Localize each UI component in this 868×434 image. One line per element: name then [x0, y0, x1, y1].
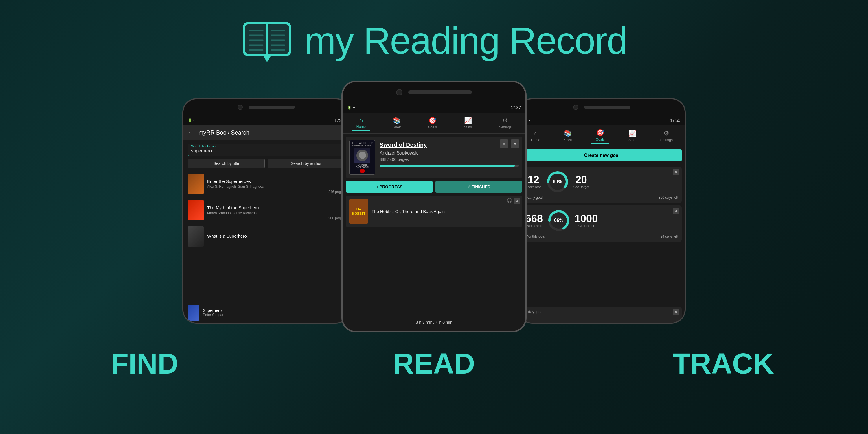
battery-icon-left: 🔋	[188, 118, 192, 122]
witcher-cover: THE WITCHER SWORD OF DESTINY ANDRZEJSAPK…	[349, 140, 375, 175]
monthly-percent: 66%	[554, 218, 563, 223]
search-screen-title: myRR Book Search	[198, 129, 249, 136]
seven-day-goal-header: 7-day goal ✕	[525, 310, 679, 314]
phone-top-bar-center	[343, 82, 525, 102]
finished-button[interactable]: ✓ FINISHED	[435, 181, 522, 193]
tab-goals[interactable]: 🎯 Goals	[424, 116, 441, 131]
logo-icon	[241, 18, 293, 63]
hobbit-card[interactable]: 🎧 ✕ TheHOBBIT The Hobbit, Or, There and …	[346, 195, 522, 227]
status-bar-left: 🔋 ▪ 17:47	[183, 115, 349, 125]
tab-shelf[interactable]: 📚 Shelf	[389, 116, 405, 131]
close-yearly-goal-button[interactable]: ✕	[673, 169, 679, 175]
track-label: TRACK	[579, 347, 868, 380]
yearly-goal-inner: 12 Books read 60% 20 Goal target	[525, 170, 678, 193]
tab-shelf-label: Shelf	[393, 125, 401, 129]
camera-left	[238, 105, 243, 110]
tab-home-right[interactable]: ⌂ Home	[527, 128, 545, 144]
search-input[interactable]: superhero	[191, 148, 212, 153]
book-item-3[interactable]: What is a Superhero?	[183, 223, 349, 249]
tab-settings[interactable]: ⚙ Settings	[495, 116, 516, 131]
tab-stats-right[interactable]: 📈 Stats	[624, 128, 641, 144]
yearly-percent: 60%	[553, 179, 562, 184]
headphone-icon: 🎧	[507, 198, 512, 204]
copy-button[interactable]: ⧉	[500, 140, 508, 148]
monthly-days-left: 24 days left	[660, 235, 678, 239]
search-buttons: Search by title Search by author	[188, 159, 345, 168]
partial-book-left[interactable]: Superhero Peter Coogan	[183, 302, 349, 322]
book-action-buttons: + PROGRESS ✓ FINISHED	[346, 181, 522, 193]
phone-right: 🔋 ▪ 17:50 ⌂ Home 📚 Shelf 🎯 Goals 📈 Stats	[518, 98, 686, 324]
monthly-goal-inner: 668 Pages read 66% 1000 Goal target	[525, 209, 678, 232]
search-box-label: Search books here	[191, 144, 341, 148]
tab-goals-right[interactable]: 🎯 Goals	[591, 128, 609, 144]
back-arrow[interactable]: ←	[188, 129, 194, 136]
monthly-goal-card: ✕ 668 Pages read 66% 1000 Goal target	[522, 206, 682, 242]
tab-home[interactable]: ⌂ Home	[352, 115, 370, 131]
yearly-target-num: 20	[576, 175, 587, 185]
tab-settings-label: Settings	[499, 125, 512, 129]
progress-bar-fill	[380, 165, 515, 167]
book-cover-2	[188, 200, 204, 220]
tab-goals-label: Goals	[428, 125, 437, 129]
book-item-2[interactable]: The Myth of the Superhero Marco Arnaudo,…	[183, 197, 349, 223]
tab-settings-right[interactable]: ⚙ Settings	[656, 128, 677, 144]
status-icons-center: 🔋 ▪▪	[347, 105, 355, 110]
tab-home-label: Home	[356, 125, 366, 129]
search-by-author-button[interactable]: Search by author	[268, 159, 345, 168]
yearly-goal-footer: Yearly goal 300 days left	[525, 195, 678, 199]
book-details: Sword of Destiny Andrzej Sapkowski 388 /…	[380, 140, 519, 175]
close-seven-day-goal-button[interactable]: ✕	[673, 309, 679, 315]
tab-settings-label-right: Settings	[660, 138, 673, 142]
create-new-goal-button[interactable]: Create new goal	[522, 149, 682, 161]
yearly-goal-card: ✕ 12 Books read 60% 20 Goal target	[522, 167, 682, 203]
header: my Reading Record	[0, 0, 868, 75]
speaker-left	[249, 105, 295, 109]
svg-marker-12	[263, 55, 271, 62]
tab-stats-label: Stats	[464, 125, 472, 129]
progress-bar-container	[380, 165, 519, 167]
partial-book-info: Superhero Peter Coogan	[203, 308, 224, 317]
phone-center: 🔋 ▪▪ 17:37 ⌂ Home 📚 Shelf 🎯 Goals 📈 Stat…	[341, 81, 527, 333]
book-title-3: What is a Superhero?	[207, 234, 345, 239]
camera-center	[396, 89, 402, 95]
close-hobbit-button[interactable]: ✕	[514, 198, 520, 204]
monthly-target-num: 1000	[575, 214, 598, 224]
home-icon: ⌂	[359, 116, 363, 124]
partial-book-title: Superhero	[203, 308, 224, 313]
status-bar-right: 🔋 ▪ 17:50	[519, 115, 685, 125]
tab-bar-right: ⌂ Home 📚 Shelf 🎯 Goals 📈 Stats ⚙ Setting…	[519, 125, 685, 146]
book-item-1[interactable]: Enter the Superheroes Alex S. Romagnoli,…	[183, 171, 349, 197]
book-cover-1	[188, 174, 204, 194]
reading-time: 3 h 3 min / 4 h 0 min	[416, 320, 453, 324]
hobbit-card-actions: 🎧 ✕	[507, 198, 520, 204]
status-icons-left: 🔋 ▪	[188, 118, 194, 122]
monthly-goal-target: 1000 Goal target	[575, 214, 598, 227]
shelf-icon: 📚	[393, 117, 401, 124]
time-center: 17:37	[511, 105, 521, 110]
monthly-target-label: Goal target	[578, 224, 594, 227]
home-icon-right: ⌂	[533, 130, 537, 137]
search-box-container[interactable]: Search books here superhero	[188, 144, 345, 156]
book-cover-3	[188, 226, 204, 247]
goals-icon: 🎯	[429, 117, 436, 124]
close-book-button[interactable]: ✕	[511, 140, 519, 148]
tab-stats[interactable]: 📈 Stats	[460, 116, 476, 131]
close-monthly-goal-button[interactable]: ✕	[673, 208, 679, 214]
progress-button[interactable]: + PROGRESS	[346, 181, 433, 193]
speaker-right	[584, 105, 630, 109]
book-card-actions: ⧉ ✕	[500, 140, 519, 148]
search-by-title-button[interactable]: Search by title	[188, 159, 265, 168]
seven-day-goal-label: 7-day goal	[525, 310, 542, 314]
book-list: Enter the Superheroes Alex S. Romagnoli,…	[183, 171, 349, 249]
tab-home-label-right: Home	[531, 138, 540, 142]
yearly-target-label: Goal target	[574, 185, 589, 189]
phone-top-bar-right	[519, 99, 685, 115]
phone-left: 🔋 ▪ 17:47 ← myRR Book Search Search book…	[182, 98, 350, 324]
search-header: ← myRR Book Search	[183, 125, 349, 140]
signal-icon-center: ▪▪	[353, 105, 355, 110]
tab-bar-center: ⌂ Home 📚 Shelf 🎯 Goals 📈 Stats ⚙ Setting…	[343, 113, 525, 134]
goals-icon-right: 🎯	[596, 129, 604, 136]
tab-shelf-right[interactable]: 📚 Shelf	[560, 128, 576, 144]
yearly-books-read: 12 Books read	[525, 175, 541, 189]
bottom-labels: FIND READ TRACK	[0, 338, 868, 384]
